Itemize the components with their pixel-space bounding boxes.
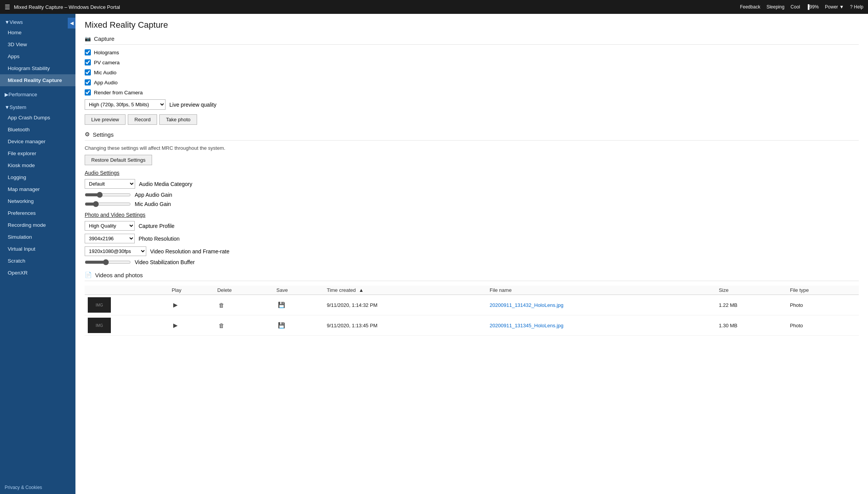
delete-button-1[interactable]: 🗑 — [217, 301, 226, 309]
restore-defaults-button[interactable]: Restore Default Settings — [85, 155, 152, 165]
sidebar-item-preferences[interactable]: Preferences — [0, 207, 75, 219]
col-play: Play — [169, 286, 214, 295]
sidebar-item-file-explorer[interactable]: File explorer — [0, 147, 75, 159]
play-cell-1: ▶ — [169, 295, 214, 315]
video-stabilization-label: Video Stabilization Buffer — [135, 259, 195, 265]
capture-icon: 📷 — [85, 36, 91, 42]
sidebar-item-device-manager[interactable]: Device manager — [0, 136, 75, 147]
app-audio-label: App Audio — [94, 80, 118, 85]
col-delete: Delete — [214, 286, 273, 295]
file-thumb-cell: IMG — [85, 295, 169, 315]
holograms-row: Holograms — [85, 49, 859, 55]
mic-audio-checkbox[interactable] — [85, 69, 91, 75]
record-button[interactable]: Record — [128, 114, 157, 125]
sidebar-item-openxr[interactable]: OpenXR — [0, 267, 75, 279]
main-content: Mixed Reality Capture 📷 Capture Hologram… — [75, 14, 868, 494]
save-button-2[interactable]: 💾 — [276, 321, 287, 329]
app-audio-gain-label: App Audio Gain — [135, 192, 172, 198]
col-file-type: File type — [787, 286, 859, 295]
photo-resolution-select[interactable]: 3904x2196 1920x1080 1280x720 — [85, 234, 135, 243]
sidebar-views-header[interactable]: ▼Views — [0, 16, 75, 27]
sidebar-item-bluetooth[interactable]: Bluetooth — [0, 124, 75, 136]
col-file-name: File name — [487, 286, 716, 295]
hamburger-icon[interactable]: ☰ — [5, 3, 10, 11]
play-button-1[interactable]: ▶ — [172, 301, 179, 309]
sidebar-performance-header[interactable]: ▶Performance — [0, 89, 75, 99]
sidebar-item-app-crash-dumps[interactable]: App Crash Dumps — [0, 112, 75, 124]
sidebar-item-3dview[interactable]: 3D View — [0, 39, 75, 50]
temperature-status: Cool — [791, 4, 800, 10]
settings-section-label: Settings — [93, 131, 114, 138]
sidebar-item-hologram-stability[interactable]: Hologram Stability — [0, 62, 75, 74]
sidebar-item-logging[interactable]: Logging — [0, 171, 75, 183]
quality-select[interactable]: High (720p, 30fps, 5 Mbits) Medium (720p… — [85, 99, 166, 110]
sidebar-item-kiosk-mode[interactable]: Kiosk mode — [0, 159, 75, 171]
file-thumbnail-2: IMG — [88, 318, 111, 333]
time-created-cell-1: 9/11/2020, 1:14:32 PM — [324, 295, 487, 315]
video-stabilization-slider[interactable] — [85, 259, 131, 265]
sleeping-status: Sleeping — [766, 4, 784, 10]
save-button-1[interactable]: 💾 — [276, 301, 287, 309]
sidebar-item-virtual-input[interactable]: Virtual Input — [0, 243, 75, 255]
sort-icon: ▲ — [359, 287, 364, 293]
live-preview-button[interactable]: Live preview — [85, 114, 125, 125]
privacy-cookies-link[interactable]: Privacy & Cookies — [0, 481, 75, 494]
delete-button-2[interactable]: 🗑 — [217, 322, 226, 330]
render-from-camera-label: Render from Camera — [94, 90, 143, 95]
sidebar-item-scratch[interactable]: Scratch — [0, 255, 75, 267]
audio-media-category-select[interactable]: Default Communications Media GameChat Sp… — [85, 179, 135, 189]
file-thumbnail-1: IMG — [88, 297, 111, 313]
battery-status: ▐99% — [806, 4, 819, 10]
files-table-body: IMG ▶ 🗑 💾 9/11/2020, 1:14:32 PM 20200911… — [85, 295, 859, 336]
mic-audio-gain-label: Mic Audio Gain — [135, 201, 171, 207]
sidebar-item-simulation[interactable]: Simulation — [0, 231, 75, 243]
app-audio-gain-slider[interactable] — [85, 192, 131, 198]
help-link[interactable]: ? Help — [850, 4, 863, 10]
video-resolution-label: Video Resolution and Frame-rate — [150, 248, 229, 255]
capture-profile-select[interactable]: High Quality Balanced Power Saving — [85, 221, 135, 231]
sidebar-item-networking[interactable]: Networking — [0, 195, 75, 207]
file-link-2[interactable]: 20200911_131345_HoloLens.jpg — [490, 323, 564, 328]
pv-camera-label: PV camera — [94, 60, 120, 65]
sidebar-item-recording-mode[interactable]: Recording mode — [0, 219, 75, 231]
take-photo-button[interactable]: Take photo — [159, 114, 197, 125]
photo-video-settings-label: Photo and Video Settings — [85, 212, 859, 218]
videos-photos-section-header: 📄 Videos and photos — [85, 271, 859, 281]
render-from-camera-checkbox[interactable] — [85, 89, 91, 95]
holograms-checkbox[interactable] — [85, 49, 91, 55]
delete-cell-2: 🗑 — [214, 315, 273, 336]
page-title: Mixed Reality Capture — [85, 20, 859, 30]
audio-media-category-label: Audio Media Category — [139, 181, 192, 187]
capture-section-header: 📷 Capture — [85, 35, 859, 45]
settings-section-header: ⚙ Settings — [85, 131, 859, 141]
sidebar-item-apps[interactable]: Apps — [0, 50, 75, 62]
titlebar-title: Mixed Reality Capture – Windows Device P… — [14, 4, 120, 10]
save-cell-1: 💾 — [273, 295, 324, 315]
col-time-created[interactable]: Time created ▲ — [324, 286, 487, 295]
titlebar: ☰ Mixed Reality Capture – Windows Device… — [0, 0, 868, 14]
play-button-2[interactable]: ▶ — [172, 321, 179, 329]
app-audio-checkbox[interactable] — [85, 79, 91, 85]
video-resolution-row: 1920x1080@30fps 1920x1080@60fps 1280x720… — [85, 246, 859, 256]
file-icon: 📄 — [85, 271, 92, 278]
photo-resolution-row: 3904x2196 1920x1080 1280x720 Photo Resol… — [85, 234, 859, 243]
mic-audio-label: Mic Audio — [94, 70, 117, 75]
pv-camera-checkbox[interactable] — [85, 59, 91, 65]
capture-profile-row: High Quality Balanced Power Saving Captu… — [85, 221, 859, 231]
sidebar-item-mixed-reality-capture[interactable]: Mixed Reality Capture — [0, 74, 75, 86]
mic-audio-gain-slider[interactable] — [85, 201, 131, 207]
sidebar-item-home[interactable]: Home — [0, 27, 75, 39]
file-link-1[interactable]: 20200911_131432_HoloLens.jpg — [490, 302, 564, 308]
sidebar-item-map-manager[interactable]: Map manager — [0, 183, 75, 195]
holograms-label: Holograms — [94, 50, 119, 55]
settings-gear-icon: ⚙ — [85, 131, 90, 138]
size-cell-1: 1.22 MB — [716, 295, 787, 315]
power-button[interactable]: Power ▼ — [825, 4, 844, 10]
app-audio-row: App Audio — [85, 79, 859, 85]
feedback-link[interactable]: Feedback — [740, 4, 760, 10]
video-resolution-select[interactable]: 1920x1080@30fps 1920x1080@60fps 1280x720… — [85, 246, 146, 256]
sidebar-system-header[interactable]: ▼System — [0, 101, 75, 112]
sidebar-collapse-button[interactable]: ◀ — [68, 18, 75, 28]
file-name-cell-2: 20200911_131345_HoloLens.jpg — [487, 315, 716, 336]
pv-camera-row: PV camera — [85, 59, 859, 65]
